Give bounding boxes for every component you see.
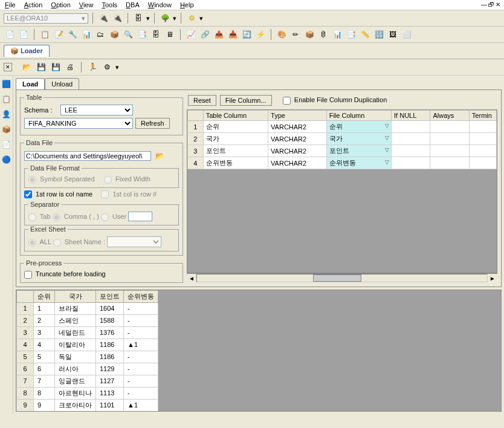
filepath-input[interactable] — [24, 151, 151, 161]
preview-cell[interactable]: 10 — [34, 411, 55, 412]
tool-y[interactable]: 🖼 — [387, 28, 399, 41]
cell-ifnull[interactable] — [392, 121, 430, 133]
connection-combo[interactable]: LEE@ORA10▾ — [4, 13, 88, 24]
preview-cell[interactable]: 9 — [34, 399, 55, 411]
tab-unload[interactable]: Unload — [45, 78, 79, 90]
tool-l[interactable]: 🔗 — [199, 28, 211, 41]
save-icon[interactable]: 💾 — [35, 61, 47, 73]
menu-action[interactable]: Action — [24, 1, 43, 8]
close-panel-icon[interactable]: ✕ — [4, 63, 12, 71]
preview-header-1[interactable]: 국가 — [55, 290, 96, 302]
preview-row[interactable]: 99크로아티아1101▲1 — [17, 399, 158, 411]
preview-cell[interactable]: 크로아티아 — [55, 399, 96, 411]
preview-cell[interactable]: 2 — [34, 314, 55, 326]
preview-row[interactable]: 66러시아1129- — [17, 363, 158, 375]
menu-tools[interactable]: Tools — [102, 1, 117, 8]
preview-cell[interactable]: 1376 — [96, 326, 124, 339]
tool-m[interactable]: 📤 — [213, 28, 225, 41]
preview-cell[interactable]: 3 — [34, 326, 55, 339]
tool-h[interactable]: 📑 — [136, 28, 148, 41]
tool-w[interactable]: 📏 — [359, 28, 371, 41]
preview-cell[interactable]: 프랑스 — [55, 411, 96, 412]
restore-icon[interactable]: 🗗 — [488, 1, 494, 8]
options-icon[interactable]: ⚙ — [101, 61, 113, 73]
tree-icon[interactable]: 🌳 — [159, 12, 171, 24]
preview-cell[interactable]: 잉글랜드 — [55, 375, 96, 387]
side-4[interactable]: 📦 — [1, 123, 13, 135]
cell-termin[interactable] — [469, 145, 496, 157]
cell-tablecol[interactable]: 순위 — [203, 121, 268, 133]
cell-filecol[interactable]: 순위변동▽ — [326, 157, 391, 169]
connect-icon[interactable]: 🔌 — [97, 12, 109, 24]
tool-c[interactable]: 🔧 — [66, 28, 79, 41]
preview-cell[interactable]: - — [124, 314, 158, 326]
preview-cell[interactable]: 독일 — [55, 351, 96, 363]
preview-cell[interactable]: 아르헨티나 — [55, 387, 96, 399]
preview-cell[interactable]: 브라질 — [55, 302, 96, 314]
preview-cell[interactable]: - — [124, 351, 158, 363]
reset-button[interactable]: Reset — [188, 95, 216, 106]
open-icon[interactable]: 📂 — [21, 61, 33, 73]
col-header-always[interactable]: Always — [430, 111, 469, 121]
refresh-button[interactable]: Refresh — [135, 118, 170, 129]
browse-icon[interactable]: 📂 — [153, 150, 166, 162]
tab-load[interactable]: Load — [16, 78, 45, 90]
cell-tablecol[interactable]: 순위변동 — [203, 157, 268, 169]
tool-f[interactable]: 📦 — [108, 28, 120, 41]
cell-filecol[interactable]: 국가▽ — [326, 133, 391, 145]
tool-j[interactable]: 🖥 — [164, 28, 176, 41]
col-header-tablecol[interactable]: Table Column — [203, 111, 268, 121]
preview-cell[interactable]: 7 — [34, 375, 55, 387]
cell-termin[interactable] — [469, 133, 496, 145]
tool-o[interactable]: 🔄 — [241, 28, 253, 41]
col-header-ifnull[interactable]: If NULL — [392, 111, 430, 121]
file-column-button[interactable]: File Column... — [220, 95, 272, 106]
preview-cell[interactable]: - — [124, 302, 158, 314]
preview-row[interactable]: 55독일1186- — [17, 351, 158, 363]
tool-z[interactable]: ⬜ — [401, 28, 413, 41]
cell-tablecol[interactable]: 포인트 — [203, 145, 268, 157]
column-map-row[interactable]: 3 포인트 VARCHAR2 포인트▽ — [188, 145, 497, 157]
tool-i[interactable]: 🗄 — [150, 28, 162, 41]
preview-cell[interactable]: 네덜란드 — [55, 326, 96, 339]
column-map-row[interactable]: 4 순위변동 VARCHAR2 순위변동▽ — [188, 157, 497, 169]
dropdown-icon[interactable]: ▽ — [385, 159, 389, 165]
tool-n[interactable]: 📥 — [227, 28, 239, 41]
cell-always[interactable] — [430, 121, 469, 133]
preview-cell[interactable]: - — [124, 387, 158, 399]
cell-termin[interactable] — [469, 121, 496, 133]
preview-header-0[interactable]: 순위 — [34, 290, 55, 302]
run-icon[interactable]: 🏃 — [86, 61, 99, 73]
dropdown-icon[interactable]: ▽ — [385, 135, 389, 141]
enable-dup-check[interactable]: Enable File Column Duplication — [283, 96, 387, 105]
tool-p[interactable]: ⚡ — [254, 28, 267, 41]
dropdown-icon[interactable]: ▽ — [385, 123, 389, 129]
cell-tablecol[interactable]: 국가 — [203, 133, 268, 145]
preview-cell[interactable]: 1 — [34, 302, 55, 314]
preview-cell[interactable]: ▲1 — [124, 339, 158, 351]
side-3[interactable]: 👤 — [1, 108, 13, 120]
preview-row[interactable]: 33네덜란드1376- — [17, 326, 158, 339]
preview-cell[interactable]: 1129 — [96, 363, 124, 375]
dropdown-icon[interactable]: ▽ — [385, 147, 389, 153]
minimize-icon[interactable]: — — [481, 1, 487, 8]
table-select[interactable]: FIFA_RANKING — [24, 118, 133, 129]
preview-row[interactable]: 77잉글랜드1127- — [17, 375, 158, 387]
menu-help[interactable]: Help — [180, 1, 194, 8]
column-map-row[interactable]: 2 국가 VARCHAR2 국가▽ — [188, 133, 497, 145]
cell-ifnull[interactable] — [392, 145, 430, 157]
horizontal-scrollbar[interactable]: ◄ ► — [187, 273, 497, 283]
side-6[interactable]: 🔵 — [1, 154, 13, 166]
preview-cell[interactable]: 1186 — [96, 351, 124, 363]
tool-e[interactable]: 🗂 — [94, 28, 106, 41]
tool-s[interactable]: 📦 — [303, 28, 315, 41]
tool-x[interactable]: 🔢 — [373, 28, 385, 41]
menu-option[interactable]: Option — [51, 1, 70, 8]
tool-q[interactable]: 🎨 — [276, 28, 288, 41]
menu-window[interactable]: Window — [148, 1, 172, 8]
cell-filecol[interactable]: 순위▽ — [326, 121, 391, 133]
truncate-check[interactable]: Truncate before loading — [24, 270, 106, 277]
cell-always[interactable] — [430, 145, 469, 157]
preview-row[interactable]: 44이탈리아1186▲1 — [17, 339, 158, 351]
preview-cell[interactable]: 1040 — [96, 411, 124, 412]
